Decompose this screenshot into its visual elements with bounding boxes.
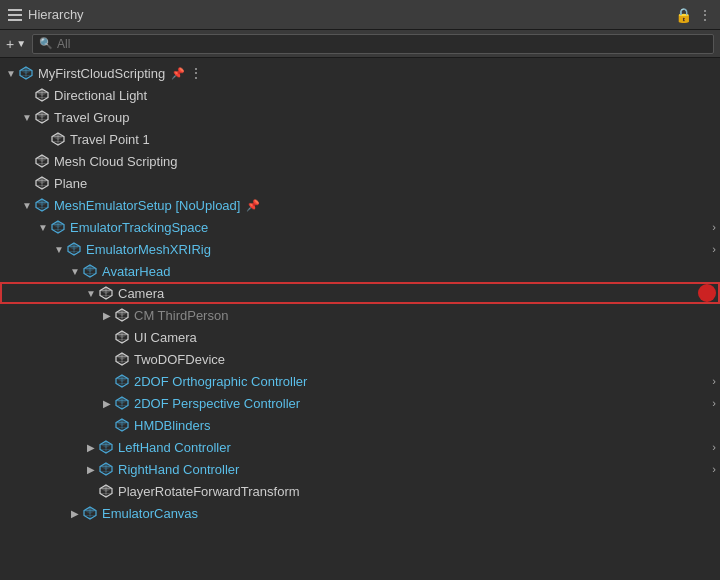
item-label: TwoDOFDevice: [134, 352, 225, 367]
tree-item-emulator-canvas[interactable]: EmulatorCanvas: [0, 502, 720, 524]
object-icon: [34, 153, 50, 169]
hierarchy-header: Hierarchy 🔒 ⋮: [0, 0, 720, 30]
svg-marker-74: [116, 375, 128, 382]
tree-item-player-rotate[interactable]: PlayerRotateForwardTransform: [0, 480, 720, 502]
tree-item-travel-group[interactable]: Travel Group: [0, 106, 720, 128]
toolbar: + ▼ 🔍: [0, 30, 720, 58]
expand-arrow[interactable]: [68, 266, 82, 277]
object-icon: [34, 197, 50, 213]
add-button[interactable]: + ▼: [6, 36, 26, 52]
svg-marker-19: [52, 133, 64, 140]
lock-icon[interactable]: 🔒: [675, 7, 692, 23]
item-label: MyFirstCloudScripting: [38, 66, 165, 81]
tree-item-emulator-mesh[interactable]: EmulatorMeshXRIRig›: [0, 238, 720, 260]
tree-item-dir-light[interactable]: Directional Light: [0, 84, 720, 106]
search-bar: 🔍: [32, 34, 714, 54]
expand-arrow[interactable]: [84, 464, 98, 475]
expand-arrow[interactable]: [100, 398, 114, 409]
expand-arrow[interactable]: [84, 442, 98, 453]
expand-arrow[interactable]: [20, 200, 34, 211]
tree-item-emulator-tracking[interactable]: EmulatorTrackingSpace›: [0, 216, 720, 238]
hierarchy-tree: MyFirstCloudScripting📌⋮ Directional Ligh…: [0, 58, 720, 580]
tree-item-root[interactable]: MyFirstCloudScripting📌⋮: [0, 62, 720, 84]
expand-arrow[interactable]: [20, 112, 34, 123]
tree-item-camera[interactable]: Camera: [0, 282, 720, 304]
svg-marker-34: [36, 199, 48, 206]
tree-item-plane[interactable]: Plane: [0, 172, 720, 194]
expand-right-icon: ›: [712, 397, 716, 409]
object-icon: [34, 109, 50, 125]
add-label: +: [6, 36, 14, 52]
item-label: EmulatorCanvas: [102, 506, 198, 521]
tree-item-2dof-ortho[interactable]: 2DOF Orthographic Controller›: [0, 370, 720, 392]
svg-marker-104: [84, 507, 96, 514]
tree-item-righthand[interactable]: RightHand Controller›: [0, 458, 720, 480]
svg-marker-79: [116, 397, 128, 404]
object-icon: [114, 373, 130, 389]
object-icon: [50, 219, 66, 235]
item-label: RightHand Controller: [118, 462, 239, 477]
expand-arrow[interactable]: [100, 310, 114, 321]
expand-arrow[interactable]: [68, 508, 82, 519]
context-menu-icon[interactable]: ⋮: [189, 65, 203, 81]
tree-item-hmd-blinders[interactable]: HMDBlinders: [0, 414, 720, 436]
panel-title: Hierarchy: [28, 7, 84, 22]
tree-item-2dof-persp[interactable]: 2DOF Perspective Controller›: [0, 392, 720, 414]
expand-right-icon: ›: [712, 375, 716, 387]
expand-right-icon: ›: [712, 441, 716, 453]
object-icon: [82, 263, 98, 279]
tree-item-travel-point[interactable]: Travel Point 1: [0, 128, 720, 150]
object-icon: [98, 461, 114, 477]
tree-item-ui-camera[interactable]: UI Camera: [0, 326, 720, 348]
expand-arrow[interactable]: [84, 288, 98, 299]
expand-right-icon: ›: [712, 243, 716, 255]
more-options-icon[interactable]: ⋮: [698, 7, 712, 23]
pin-icon[interactable]: 📌: [171, 67, 185, 80]
svg-marker-39: [52, 221, 64, 228]
expand-arrow[interactable]: [36, 222, 50, 233]
object-icon: [98, 285, 114, 301]
svg-marker-59: [116, 309, 128, 316]
svg-marker-44: [68, 243, 80, 250]
svg-marker-14: [36, 111, 48, 118]
svg-marker-54: [100, 287, 112, 294]
svg-marker-9: [36, 89, 48, 96]
svg-marker-64: [116, 331, 128, 338]
tree-item-cm-third[interactable]: CM ThirdPerson: [0, 304, 720, 326]
item-label: Directional Light: [54, 88, 147, 103]
item-label: Plane: [54, 176, 87, 191]
object-icon: [114, 307, 130, 323]
item-label: CM ThirdPerson: [134, 308, 228, 323]
tree-item-mesh-emulator[interactable]: MeshEmulatorSetup [NoUpload]📌: [0, 194, 720, 216]
tree-item-twodof[interactable]: TwoDOFDevice: [0, 348, 720, 370]
item-label: Mesh Cloud Scripting: [54, 154, 178, 169]
object-icon: [34, 87, 50, 103]
object-icon: [34, 175, 50, 191]
object-icon: [66, 241, 82, 257]
expand-arrow[interactable]: [4, 68, 18, 79]
expand-arrow[interactable]: [52, 244, 66, 255]
item-label: LeftHand Controller: [118, 440, 231, 455]
tree-item-lefthand[interactable]: LeftHand Controller›: [0, 436, 720, 458]
object-icon: [114, 329, 130, 345]
item-label: 2DOF Orthographic Controller: [134, 374, 307, 389]
svg-marker-4: [20, 67, 32, 74]
object-icon: [114, 351, 130, 367]
item-label: MeshEmulatorSetup [NoUpload]: [54, 198, 240, 213]
svg-marker-69: [116, 353, 128, 360]
add-dropdown-icon: ▼: [16, 38, 26, 49]
item-label: AvatarHead: [102, 264, 170, 279]
object-icon: [82, 505, 98, 521]
pin-icon[interactable]: 📌: [246, 199, 260, 212]
object-icon: [18, 65, 34, 81]
item-label: EmulatorTrackingSpace: [70, 220, 208, 235]
tree-item-mesh-cloud[interactable]: Mesh Cloud Scripting: [0, 150, 720, 172]
svg-marker-29: [36, 177, 48, 184]
search-input[interactable]: [57, 37, 707, 51]
item-label: PlayerRotateForwardTransform: [118, 484, 300, 499]
tree-item-avatar-head[interactable]: AvatarHead: [0, 260, 720, 282]
header-icons: 🔒 ⋮: [675, 7, 712, 23]
menu-icon[interactable]: [8, 9, 22, 21]
item-label: Travel Group: [54, 110, 129, 125]
expand-right-icon: ›: [712, 221, 716, 233]
